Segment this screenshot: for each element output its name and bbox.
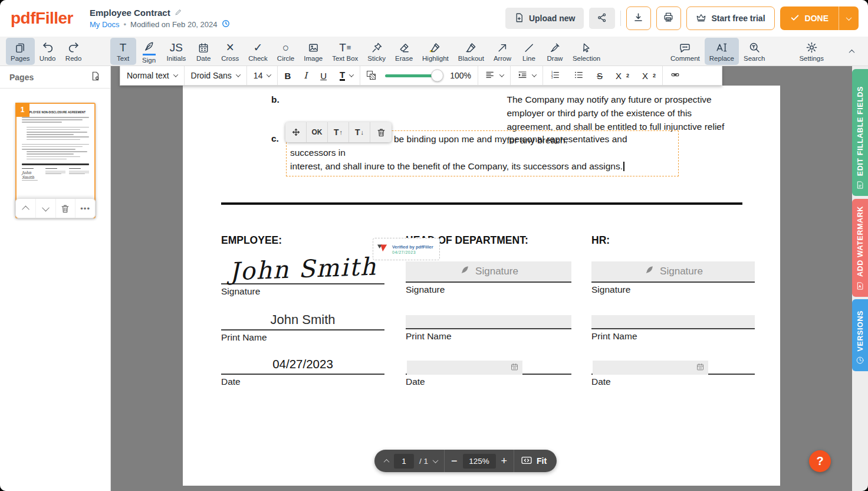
done-button[interactable]: DONE bbox=[780, 6, 839, 30]
tool-pages[interactable]: Pages bbox=[6, 38, 35, 65]
tool-cross[interactable]: × Cross bbox=[216, 38, 244, 65]
text-edit-mini-toolbar: OK T↑ T↓ bbox=[285, 122, 392, 142]
download-button[interactable] bbox=[626, 6, 651, 30]
tool-sign[interactable]: Sign bbox=[136, 38, 162, 65]
superscript-button[interactable]: X2 bbox=[609, 66, 636, 85]
hr-print-name-field[interactable] bbox=[591, 315, 755, 329]
opacity-slider[interactable] bbox=[385, 74, 441, 77]
edit-fillable-fields-tab[interactable]: EDIT FILLABLE FIELDS bbox=[852, 69, 868, 196]
opacity-slider-thumb[interactable] bbox=[431, 70, 443, 82]
hod-date-field[interactable] bbox=[407, 361, 522, 375]
link-button[interactable] bbox=[663, 66, 688, 85]
tool-text-box[interactable]: T≡ Text Box bbox=[327, 38, 363, 65]
ok-button[interactable]: OK bbox=[307, 122, 328, 142]
image-icon bbox=[307, 40, 320, 54]
ordered-list-button[interactable]: 123 bbox=[543, 66, 567, 85]
tool-undo[interactable]: Undo bbox=[35, 38, 61, 65]
tool-search[interactable]: Search bbox=[739, 38, 770, 65]
tool-blackout[interactable]: Blackout bbox=[453, 38, 489, 65]
sign-active-underline bbox=[143, 54, 156, 55]
tool-replace[interactable]: Replace bbox=[705, 38, 739, 65]
tool-check[interactable]: ✓ Check bbox=[244, 38, 272, 65]
employee-print-name-field[interactable]: John Smith bbox=[221, 305, 384, 330]
bullet-list-button[interactable] bbox=[567, 66, 590, 85]
rename-pencil-icon[interactable] bbox=[175, 8, 182, 18]
meta-separator: • bbox=[124, 20, 127, 29]
bullet-list-icon bbox=[573, 70, 584, 81]
underline-button[interactable]: U bbox=[314, 66, 333, 85]
page-manage-icon[interactable] bbox=[90, 71, 101, 84]
tool-comment[interactable]: Comment bbox=[666, 38, 705, 65]
document-page[interactable]: b. The Company may notify any future or … bbox=[183, 86, 780, 486]
text-color-select[interactable]: T bbox=[333, 66, 360, 85]
hr-signature-field[interactable]: Signature bbox=[591, 261, 755, 283]
verified-stamp[interactable]: Verified by pdfFiller 04/27/2023 bbox=[373, 238, 440, 260]
brush-icon bbox=[549, 40, 561, 54]
subscript-button[interactable]: X2 bbox=[636, 66, 662, 85]
tool-arrow[interactable]: Arrow bbox=[489, 38, 516, 65]
upload-new-button[interactable]: Upload new bbox=[505, 8, 584, 29]
calendar-field-icon bbox=[510, 362, 519, 374]
paragraph-style-select[interactable]: Normal text bbox=[120, 66, 184, 85]
quill-icon bbox=[459, 264, 470, 279]
hr-date-field[interactable] bbox=[593, 361, 708, 375]
font-size-increase-button[interactable]: T↑ bbox=[328, 122, 349, 142]
move-page-down-button[interactable] bbox=[35, 199, 55, 218]
employee-date-value: 04/27/2023 bbox=[272, 357, 333, 371]
font-size-select[interactable]: 14 bbox=[247, 66, 278, 85]
tool-sticky[interactable]: Sticky bbox=[363, 38, 390, 65]
add-watermark-tab[interactable]: ADD WATERMARK bbox=[852, 199, 868, 297]
help-button[interactable]: ? bbox=[809, 450, 831, 472]
font-family-select[interactable]: Droid Sans bbox=[185, 66, 246, 85]
fit-width-button[interactable]: Fit bbox=[521, 456, 547, 467]
tool-date[interactable]: Date bbox=[190, 38, 216, 65]
previous-page-button[interactable] bbox=[384, 459, 389, 463]
zoom-out-button[interactable]: − bbox=[451, 456, 458, 466]
delete-page-button[interactable] bbox=[55, 199, 75, 218]
delete-element-button[interactable] bbox=[370, 122, 392, 142]
tool-line[interactable]: Line bbox=[516, 38, 542, 65]
tool-highlight[interactable]: Highlight bbox=[417, 38, 453, 65]
next-page-button[interactable] bbox=[433, 459, 438, 463]
tool-draw[interactable]: Draw bbox=[542, 38, 568, 65]
move-page-up-button[interactable] bbox=[16, 199, 35, 218]
page-more-options-button[interactable]: ••• bbox=[75, 199, 95, 218]
zoom-in-button[interactable]: + bbox=[501, 456, 508, 466]
tool-selection[interactable]: Selection bbox=[568, 38, 605, 65]
font-size-decrease-button[interactable]: T↓ bbox=[349, 122, 370, 142]
strikethrough-button[interactable]: S bbox=[590, 66, 609, 85]
tool-erase[interactable]: Erase bbox=[390, 38, 417, 65]
employee-signature-field[interactable]: John Smith bbox=[221, 250, 384, 284]
pages-panel-title: Pages bbox=[9, 73, 34, 82]
hod-print-name-field[interactable] bbox=[406, 315, 571, 329]
print-button[interactable] bbox=[656, 6, 681, 30]
initials-icon: JS bbox=[170, 40, 183, 54]
breadcrumb-my-docs[interactable]: My Docs bbox=[90, 20, 120, 29]
verified-text: Verified by pdfFiller bbox=[392, 244, 433, 250]
tool-text[interactable]: T Text bbox=[110, 38, 136, 65]
tool-settings[interactable]: Settings bbox=[794, 38, 828, 65]
move-element-button[interactable] bbox=[285, 122, 307, 142]
pages-panel: Pages 1 EMPLOYEE NON-DISCLOSURE AGREEMEN… bbox=[0, 66, 111, 491]
done-dropdown-button[interactable] bbox=[839, 6, 859, 30]
tool-initials[interactable]: JS Initials bbox=[162, 38, 191, 65]
share-button[interactable] bbox=[589, 8, 615, 29]
indent-select[interactable] bbox=[511, 66, 542, 85]
upload-doc-icon bbox=[514, 12, 524, 25]
start-free-trial-button[interactable]: Start free trial bbox=[686, 6, 775, 30]
tool-circle[interactable]: ○ Circle bbox=[272, 38, 299, 65]
bold-button[interactable]: B bbox=[278, 66, 297, 85]
history-clock-icon[interactable] bbox=[222, 19, 230, 30]
align-select[interactable] bbox=[478, 66, 510, 85]
page-thumbnail[interactable]: 1 EMPLOYEE NON-DISCLOSURE AGREEMENT John bbox=[15, 103, 96, 218]
print-icon bbox=[663, 12, 674, 25]
zoom-level[interactable]: 125% bbox=[463, 454, 496, 469]
collapse-toolbar-button[interactable] bbox=[850, 47, 854, 55]
employee-date-field[interactable]: 04/27/2023 bbox=[221, 351, 384, 375]
versions-tab[interactable]: VERSIONS bbox=[852, 299, 868, 371]
page-number-input[interactable]: 1 bbox=[394, 454, 414, 469]
tool-image[interactable]: Image bbox=[299, 38, 327, 65]
italic-button[interactable]: I bbox=[297, 66, 314, 85]
hod-signature-field[interactable]: Signature bbox=[406, 261, 571, 283]
tool-redo[interactable]: Redo bbox=[61, 38, 87, 65]
